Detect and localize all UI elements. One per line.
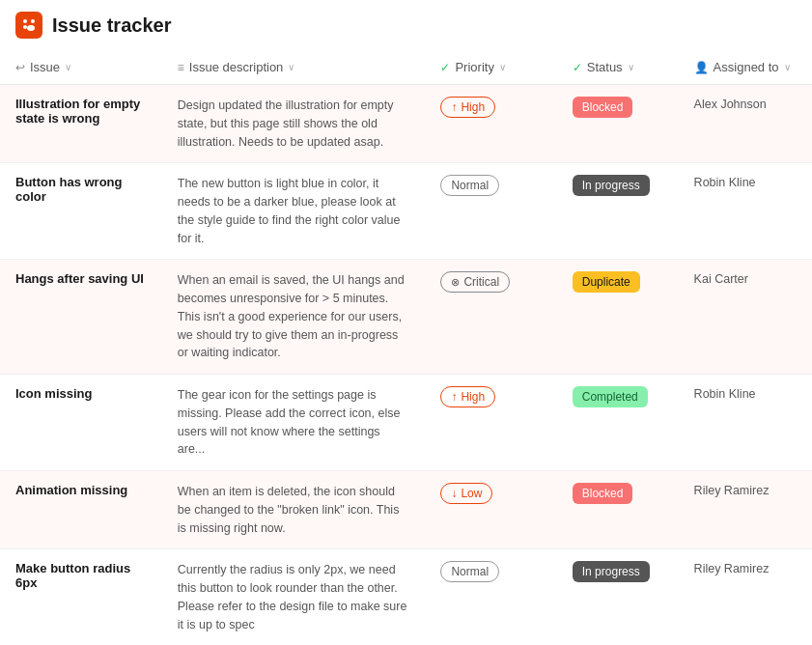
- svg-point-1: [31, 19, 35, 23]
- status-col-label: Status: [587, 60, 623, 74]
- issue-col-label: Issue: [30, 60, 60, 74]
- status-cell: In progress: [557, 549, 679, 645]
- priority-col-sort: ∨: [499, 62, 506, 72]
- issue-title: Hangs after saving UI: [15, 271, 147, 286]
- assignee-cell: Robin Kline: [679, 163, 812, 260]
- app-logo: [15, 12, 42, 39]
- table-row[interactable]: Icon missing The gear icon for the setti…: [0, 375, 812, 471]
- priority-cell: Normal: [425, 549, 556, 645]
- status-cell: Blocked: [557, 471, 679, 549]
- assignee-name: Riley Ramirez: [694, 484, 770, 497]
- assigned-col-icon: 👤: [694, 61, 709, 74]
- status-badge: In progress: [573, 175, 650, 196]
- status-badge: In progress: [573, 561, 650, 582]
- issue-description: The gear icon for the settings page is m…: [178, 386, 410, 459]
- priority-cell: ↑ High: [425, 85, 556, 163]
- issue-desc-cell: Currently the radius is only 2px, we nee…: [162, 549, 426, 645]
- status-col-sort: ∨: [628, 62, 634, 72]
- assigned-col-label: Assigned to: [714, 60, 779, 74]
- svg-point-3: [27, 25, 35, 31]
- desc-col-sort: ∨: [288, 62, 294, 72]
- priority-badge: Normal: [440, 561, 499, 582]
- issue-description: When an email is saved, the UI hangs and…: [178, 271, 410, 362]
- issue-title: Icon missing: [15, 386, 147, 401]
- issue-title: Button has wrong color: [15, 175, 147, 204]
- issue-title-cell: Icon missing: [0, 375, 162, 471]
- assignee-cell: Alex Johnson: [679, 85, 812, 163]
- table-row[interactable]: Hangs after saving UI When an email is s…: [0, 260, 812, 375]
- status-badge: Duplicate: [573, 271, 640, 293]
- table-row[interactable]: Make button radius 6px Currently the rad…: [0, 549, 812, 645]
- col-header-issue[interactable]: ↩ Issue ∨: [0, 50, 162, 85]
- issue-title-cell: Make button radius 6px: [0, 549, 162, 645]
- priority-badge: ⊗ Critical: [440, 271, 510, 293]
- col-header-description[interactable]: ≡ Issue description ∨: [162, 50, 426, 85]
- issue-title-cell: Hangs after saving UI: [0, 260, 162, 375]
- issue-title: Illustration for empty state is wrong: [15, 97, 147, 126]
- issue-title: Make button radius 6px: [15, 561, 147, 590]
- app-title: Issue tracker: [52, 14, 171, 37]
- priority-col-label: Priority: [455, 60, 493, 74]
- issue-description: Design updated the illustration for empt…: [178, 97, 410, 151]
- issue-desc-cell: The new button is light blue in color, i…: [162, 163, 426, 260]
- status-cell: Completed: [557, 375, 679, 471]
- issue-description: The new button is light blue in color, i…: [178, 175, 410, 247]
- priority-col-icon: ✓: [440, 61, 450, 74]
- assignee-name: Alex Johnson: [694, 98, 767, 111]
- svg-point-0: [23, 19, 27, 23]
- issue-title-cell: Illustration for empty state is wrong: [0, 85, 162, 163]
- table-row[interactable]: Animation missing When an item is delete…: [0, 471, 812, 549]
- status-cell: Duplicate: [557, 260, 679, 375]
- priority-badge: ↑ High: [440, 386, 495, 407]
- issue-desc-cell: Design updated the illustration for empt…: [162, 85, 426, 163]
- table-header-row: ↩ Issue ∨ ≡ Issue description ∨ ✓ Pr: [0, 50, 812, 85]
- issue-col-sort: ∨: [65, 62, 71, 72]
- assignee-cell: Riley Ramirez: [679, 549, 812, 645]
- desc-col-label: Issue description: [189, 60, 284, 74]
- priority-cell: ↓ Low: [425, 471, 556, 549]
- status-badge: Completed: [573, 386, 648, 407]
- issues-table: ↩ Issue ∨ ≡ Issue description ∨ ✓ Pr: [0, 50, 812, 645]
- issue-desc-cell: When an email is saved, the UI hangs and…: [162, 260, 426, 375]
- priority-badge: Normal: [440, 175, 499, 196]
- assignee-name: Robin Kline: [694, 176, 756, 189]
- desc-col-icon: ≡: [178, 61, 184, 74]
- priority-cell: Normal: [425, 163, 556, 260]
- issue-title: Animation missing: [15, 483, 147, 497]
- issue-desc-cell: When an item is deleted, the icon should…: [162, 471, 426, 549]
- table-row[interactable]: Illustration for empty state is wrong De…: [0, 85, 812, 163]
- priority-cell: ⊗ Critical: [425, 260, 556, 375]
- issue-col-icon: ↩: [15, 61, 25, 74]
- col-header-priority[interactable]: ✓ Priority ∨: [425, 50, 556, 85]
- svg-point-2: [23, 25, 27, 29]
- col-header-assigned[interactable]: 👤 Assigned to ∨: [679, 50, 812, 85]
- issue-title-cell: Button has wrong color: [0, 163, 162, 260]
- status-cell: Blocked: [557, 85, 679, 163]
- table-container: ↩ Issue ∨ ≡ Issue description ∨ ✓ Pr: [0, 50, 812, 645]
- status-badge: Blocked: [573, 97, 633, 118]
- app-header: Issue tracker: [0, 0, 812, 50]
- issue-desc-cell: The gear icon for the settings page is m…: [162, 375, 426, 471]
- issue-title-cell: Animation missing: [0, 471, 162, 549]
- status-cell: In progress: [557, 163, 679, 260]
- assignee-cell: Robin Kline: [679, 375, 812, 471]
- priority-badge: ↑ High: [440, 97, 495, 118]
- issue-description: When an item is deleted, the icon should…: [178, 483, 410, 537]
- status-col-icon: ✓: [573, 61, 582, 74]
- assignee-name: Kai Carter: [694, 272, 748, 286]
- assignee-name: Robin Kline: [694, 387, 756, 401]
- col-header-status[interactable]: ✓ Status ∨: [557, 50, 679, 85]
- assignee-name: Riley Ramirez: [694, 562, 770, 575]
- priority-badge: ↓ Low: [440, 483, 492, 504]
- table-row[interactable]: Button has wrong color The new button is…: [0, 163, 812, 260]
- issue-description: Currently the radius is only 2px, we nee…: [178, 561, 410, 633]
- assignee-cell: Riley Ramirez: [679, 471, 812, 549]
- assigned-col-sort: ∨: [784, 62, 791, 72]
- status-badge: Blocked: [573, 483, 633, 504]
- assignee-cell: Kai Carter: [679, 260, 812, 375]
- priority-cell: ↑ High: [425, 375, 556, 471]
